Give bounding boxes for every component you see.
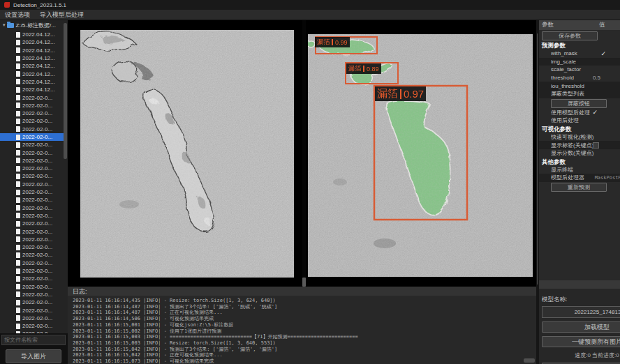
tree-item[interactable]: 2022-02-0... bbox=[0, 181, 64, 188]
tree-item[interactable]: 2022.04.12... bbox=[0, 62, 64, 70]
panel-divider-line[interactable] bbox=[537, 33, 538, 285]
prediction-image bbox=[308, 34, 533, 277]
tree-item[interactable]: 2022-02-0 bbox=[0, 330, 64, 333]
predict-all-button[interactable]: 一键预测所有图片 bbox=[542, 336, 620, 347]
checkmark-icon: ✓ bbox=[600, 50, 606, 57]
tree-item[interactable]: 2022-02-0... bbox=[0, 204, 64, 212]
search-input[interactable] bbox=[1, 335, 66, 345]
checkbox-empty[interactable] bbox=[593, 142, 599, 149]
param-row-scale-factor[interactable]: scale_factor bbox=[539, 66, 620, 74]
progress-text: 速度:0 当前进度:0 bbox=[542, 351, 620, 359]
file-icon bbox=[16, 245, 20, 250]
tree-item[interactable]: 2022-02-0... bbox=[0, 126, 64, 133]
file-icon bbox=[16, 300, 20, 305]
param-row-use-post[interactable]: 使用后处理 bbox=[539, 116, 620, 125]
menu-item-import-postprocess[interactable]: 导入模型后处理 bbox=[40, 10, 84, 20]
tree-item[interactable]: 2022-02-0... bbox=[0, 117, 64, 125]
log-horizontal-scrollbar[interactable] bbox=[524, 358, 535, 363]
log-line: 2023-01-11 16:16:15,001 |INFO| - 可视化json… bbox=[73, 322, 536, 328]
param-row-threshold[interactable]: threshold 0.5 bbox=[539, 74, 620, 82]
model-panel-splitter[interactable] bbox=[539, 280, 620, 289]
file-icon bbox=[16, 213, 20, 218]
tree-item[interactable]: 2022.04.12... bbox=[0, 78, 64, 86]
tree-item[interactable]: 2022-02-0... bbox=[0, 236, 64, 243]
param-row-mask-type-list[interactable]: 屏蔽类型列表 bbox=[539, 90, 620, 98]
tree-item[interactable]: 2022-02-0... bbox=[0, 196, 64, 204]
repredict-button[interactable]: 重新预测 bbox=[551, 183, 607, 192]
tree-item[interactable]: 2022.04.12... bbox=[0, 31, 64, 38]
checkmark-icon[interactable]: ✓ bbox=[592, 109, 598, 116]
tree-item-label: 2022-02-0... bbox=[22, 284, 52, 290]
param-row-img-scale[interactable]: img_scale bbox=[539, 58, 620, 66]
file-icon bbox=[16, 181, 20, 187]
param-row-show-terminal[interactable]: 显示终端 bbox=[539, 166, 620, 174]
tree-item[interactable]: 2022-02-0... bbox=[0, 102, 64, 109]
tree-item-label: 2022.04.12... bbox=[22, 31, 55, 38]
source-image-panel[interactable] bbox=[80, 30, 294, 278]
tree-item[interactable]: 2022-02-0... bbox=[0, 243, 64, 251]
tree-item[interactable]: 2022-02-0... bbox=[0, 267, 64, 275]
param-row-iou-threshold[interactable]: iou_threshold bbox=[539, 82, 620, 90]
file-icon bbox=[16, 119, 20, 124]
param-row-with-mask[interactable]: with_mask ✓ bbox=[539, 50, 620, 58]
tree-item[interactable]: 2022-02-0... bbox=[0, 306, 64, 314]
import-images-button[interactable]: 导入图片 bbox=[6, 349, 61, 363]
caret-down-icon[interactable]: ▾ bbox=[3, 22, 6, 28]
tree-item[interactable]: 2022-02-0... bbox=[0, 172, 64, 180]
tree-item[interactable]: 2022-02-0... bbox=[0, 322, 64, 330]
param-row-model-post-processor[interactable]: 模型后处理器 MaskPostPro bbox=[539, 174, 620, 182]
file-icon bbox=[16, 315, 20, 321]
menu-item-settings[interactable]: 设置选项 bbox=[5, 10, 30, 20]
tree-item[interactable]: 2022.04.12... bbox=[0, 54, 64, 62]
tree-item-label: 2022.04.12... bbox=[22, 47, 55, 54]
model-name-field[interactable]: 20221225_174813 bbox=[542, 306, 620, 318]
load-model-button[interactable]: 加载模型 bbox=[542, 321, 620, 333]
param-row-show-label[interactable]: 显示标签(关键点) bbox=[539, 141, 620, 149]
tree-item-label: 2022-02-0... bbox=[22, 236, 52, 243]
label-separator bbox=[332, 39, 333, 45]
tree-item[interactable]: 2022-02-0... bbox=[0, 227, 64, 235]
log-lines: 2023-01-11 16:16:14,435 |INFO| - Resize:… bbox=[68, 296, 536, 364]
tree-item[interactable]: 2022-02-0... bbox=[0, 212, 64, 220]
tree-item[interactable]: 2022-02-0... bbox=[0, 298, 64, 306]
tree-scrollbar[interactable] bbox=[64, 23, 67, 159]
param-row-use-model-post[interactable]: 使用模型后处理 ✓ bbox=[539, 109, 620, 117]
file-icon bbox=[16, 56, 20, 61]
label-separator bbox=[363, 66, 364, 72]
label-separator bbox=[400, 89, 401, 99]
tree-item-label: 2022-02-0... bbox=[22, 110, 52, 116]
tree-item[interactable]: 2022-02-0... bbox=[0, 165, 64, 172]
tree-item[interactable]: 2022-02-0... bbox=[0, 259, 64, 267]
save-params-button[interactable]: 保存参数 bbox=[542, 31, 598, 40]
tree-item[interactable]: 2022-02-0... bbox=[0, 275, 64, 282]
tree-item[interactable]: 2022-02-0... bbox=[0, 251, 64, 259]
tree-item[interactable]: 2022-02-0... bbox=[0, 109, 64, 117]
tree-item[interactable]: 2022.04.12... bbox=[0, 38, 64, 46]
tree-item[interactable]: 2022.04.12... bbox=[0, 70, 64, 77]
tree-item[interactable]: 2022-02-0... bbox=[0, 133, 64, 141]
prediction-image-panel[interactable] bbox=[308, 34, 533, 277]
param-row-fast-vis[interactable]: 快速可视化(检测) bbox=[539, 133, 620, 142]
mask-types-button[interactable]: 屏蔽按钮 bbox=[551, 99, 607, 108]
file-icon bbox=[16, 150, 20, 156]
tree-item-label: 2022-02-0... bbox=[22, 165, 52, 172]
param-row-show-score[interactable]: 显示分数(关键点) bbox=[539, 149, 620, 158]
detection-score: 0.99 bbox=[335, 39, 348, 46]
tree-item[interactable]: 2022.04.12... bbox=[0, 86, 64, 93]
tree-item[interactable]: 2022-02-0... bbox=[0, 291, 64, 298]
log-line: 2023-01-11 16:16:15,003 |INFO| - =======… bbox=[73, 334, 536, 340]
tree-item[interactable]: 2022-02-0... bbox=[0, 93, 64, 101]
tree-item[interactable]: 2022-02-0... bbox=[0, 188, 64, 196]
tree-item[interactable]: 2022.04.12... bbox=[0, 47, 64, 54]
tree-item[interactable]: 2022-02-0... bbox=[0, 157, 64, 165]
viewer-divider-handle[interactable] bbox=[302, 278, 306, 287]
tree-root-node[interactable]: ▾ Z:/5-标注数据/... bbox=[0, 20, 68, 30]
tree-item[interactable]: 2022-02-0... bbox=[0, 283, 64, 291]
tree-item[interactable]: 2022-02-0... bbox=[0, 149, 64, 156]
file-icon bbox=[16, 40, 20, 45]
tree-item[interactable]: 2022-02-0... bbox=[0, 220, 64, 227]
tree-item[interactable]: 2022-02-0... bbox=[0, 314, 64, 322]
tree-item[interactable]: 2022-02-0... bbox=[0, 141, 64, 149]
detection-score: 0.89 bbox=[367, 66, 379, 73]
tree-item-label: 2022.04.12... bbox=[22, 63, 55, 69]
